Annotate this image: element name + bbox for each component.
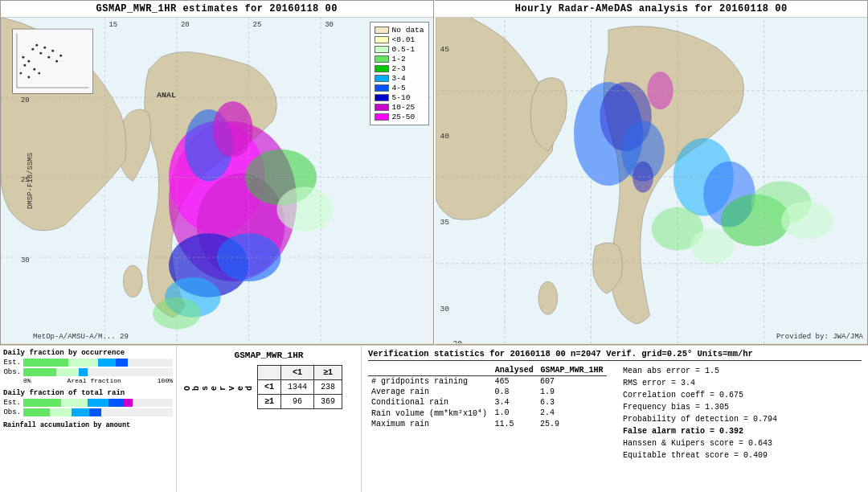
contingency-table-title: GSMAP_MWR_1HR <box>183 351 354 360</box>
verification-data-table: Analysed GSMAP_MWR_1HR # gridpoints rain… <box>368 365 607 429</box>
metric-freq-bias: Frequency bias = 1.305 <box>623 401 862 413</box>
stats-title: Verification statistics for 20160118 00 … <box>368 349 862 361</box>
legend-nodata: No data <box>392 26 424 35</box>
svg-point-2 <box>123 265 142 297</box>
left-map-y-axis: DMSP-F18/SSMS <box>27 152 35 208</box>
svg-point-49 <box>538 281 557 314</box>
stats-val-rain-vol-g: 2.4 <box>537 408 607 419</box>
est-rain-bar <box>23 399 173 407</box>
maps-row: GSMAP_MWR_1HR estimates for 20160118 00 … <box>0 0 868 346</box>
rain-chart-section: Daily fraction of total rain Est. <box>3 389 173 416</box>
legend-05-1: 0.5-1 <box>392 45 416 54</box>
est-rain-bar-row: Est. <box>3 399 173 407</box>
est-occ-seg1 <box>23 359 68 367</box>
legend-3-4: 3-4 <box>392 74 406 83</box>
svg-text:30: 30 <box>325 21 334 29</box>
table-row-lt1: <1 1344 238 <box>258 380 342 395</box>
svg-text:20: 20 <box>181 21 190 29</box>
svg-text:40: 40 <box>440 132 449 141</box>
stats-val-cond-rain-a: 3.4 <box>492 397 538 408</box>
stats-left-panel: Analysed GSMAP_MWR_1HR # gridpoints rain… <box>368 365 607 461</box>
metric-hk: Hanssen & Kuipers score = 0.643 <box>623 437 862 449</box>
occurrence-chart-title: Daily fraction by occurrence <box>3 349 173 357</box>
obs-rain-seg3 <box>72 408 89 416</box>
accumulation-label: Rainfall accumulation by amount <box>3 421 173 429</box>
rain-chart-title: Daily fraction of total rain <box>3 389 173 397</box>
svg-point-57 <box>690 229 734 264</box>
est-occ-seg2 <box>68 359 98 367</box>
obs-occ-seg1 <box>23 368 56 376</box>
metop-annotation: MetOp-A/AMSU-A/M... 29 <box>33 333 129 341</box>
metric-far: False alarm ratio = 0.392 <box>623 425 862 437</box>
obs-vertical-label: Observed <box>183 386 254 391</box>
contingency-table-wrapper: Observed <1 ≥1 <1 <box>183 365 354 409</box>
obs-label-container: Observed <box>183 365 254 391</box>
svg-text:45: 45 <box>440 45 449 54</box>
stats-label-gridpoints: # gridpoints raining <box>368 376 492 387</box>
stats-row-max-rain: Maximum rain 11.5 25.9 <box>368 419 607 429</box>
est-rain-seg5 <box>124 399 133 407</box>
metric-rms: RMS error = 3.4 <box>623 377 862 389</box>
stats-row-rain-vol: Rain volume (mm*km²x10⁴) 1.0 2.4 <box>368 408 607 419</box>
svg-point-22 <box>55 60 58 63</box>
axis-100pct: 100% <box>158 377 173 384</box>
svg-point-23 <box>59 55 62 57</box>
contingency-table-container: <1 ≥1 <1 1344 238 ≥1 <box>257 365 342 409</box>
obs-rain-seg1 <box>23 408 50 416</box>
est-occurrence-bar <box>23 359 173 367</box>
provided-by-label: Provided by: JWA/JMA <box>776 333 863 341</box>
svg-point-16 <box>31 48 34 51</box>
svg-point-29 <box>19 72 22 75</box>
svg-point-59 <box>781 201 833 239</box>
svg-point-19 <box>43 47 46 49</box>
table-cell-96: 96 <box>281 395 314 409</box>
stats-col-gsmap: GSMAP_MWR_1HR <box>537 365 607 376</box>
svg-rect-15 <box>13 29 93 93</box>
svg-point-26 <box>33 68 35 71</box>
svg-text:20: 20 <box>21 96 30 105</box>
table-row-gte1: ≥1 96 369 <box>258 395 342 409</box>
svg-point-24 <box>23 64 26 67</box>
obs-rain-bar <box>23 408 173 416</box>
svg-text:30: 30 <box>440 305 449 314</box>
left-map-title: GSMAP_MWR_1HR estimates for 20160118 00 <box>1 1 433 18</box>
table-cell-1344: 1344 <box>281 380 314 395</box>
obs-label-occ: Obs. <box>3 368 21 376</box>
svg-text:15: 15 <box>108 21 117 29</box>
rain-bar-chart: Est. Obs. <box>3 399 173 416</box>
right-map-svg: 45 40 35 30 120 125 130 135 140 20 <box>436 18 868 343</box>
svg-point-17 <box>35 44 38 47</box>
table-row-label-gte1: ≥1 <box>258 395 281 409</box>
occurrence-axis: 0% Areal fraction 100% <box>3 377 173 384</box>
svg-point-30 <box>22 56 24 59</box>
main-container: GSMAP_MWR_1HR estimates for 20160118 00 … <box>0 0 868 492</box>
table-empty-header <box>258 366 281 380</box>
obs-occurrence-bar <box>23 368 173 376</box>
metric-corr: Correlation coeff = 0.675 <box>623 389 862 401</box>
left-map-panel: GSMAP_MWR_1HR estimates for 20160118 00 … <box>0 0 434 345</box>
svg-text:ANAL: ANAL <box>157 91 176 100</box>
stats-panel: Verification statistics for 20160118 00 … <box>362 346 868 492</box>
legend-2-3: 2-3 <box>392 64 406 73</box>
stats-val-rain-vol-a: 1.0 <box>492 408 538 419</box>
legend-10-25: 10-25 <box>392 103 416 112</box>
left-map-area: DMSP-F18/SSMS <box>1 18 433 343</box>
axis-areal: Areal fraction <box>68 377 121 384</box>
svg-point-25 <box>27 60 30 63</box>
contingency-data-table: <1 ≥1 <1 1344 238 ≥1 <box>257 365 342 409</box>
svg-text:20: 20 <box>452 339 462 343</box>
svg-text:30: 30 <box>21 256 30 264</box>
stats-label-avg-rain: Average rain <box>368 387 492 397</box>
stats-col-analysed: Analysed <box>492 365 538 376</box>
stats-label-max-rain: Maximum rain <box>368 419 492 429</box>
obs-rain-seg4 <box>89 408 101 416</box>
metric-mean-abs: Mean abs error = 1.5 <box>623 365 862 377</box>
legend-lt001: <0.01 <box>392 35 416 44</box>
occurrence-chart-section: Daily fraction by occurrence Est. Obs. <box>3 349 173 384</box>
stats-grid: Analysed GSMAP_MWR_1HR # gridpoints rain… <box>368 365 862 461</box>
est-label-rain: Est. <box>3 399 21 407</box>
obs-occurrence-bar-row: Obs. <box>3 368 173 376</box>
stats-val-max-rain-a: 11.5 <box>492 419 538 429</box>
table-cell-238: 238 <box>314 380 342 395</box>
obs-label-rain: Obs. <box>3 408 21 416</box>
